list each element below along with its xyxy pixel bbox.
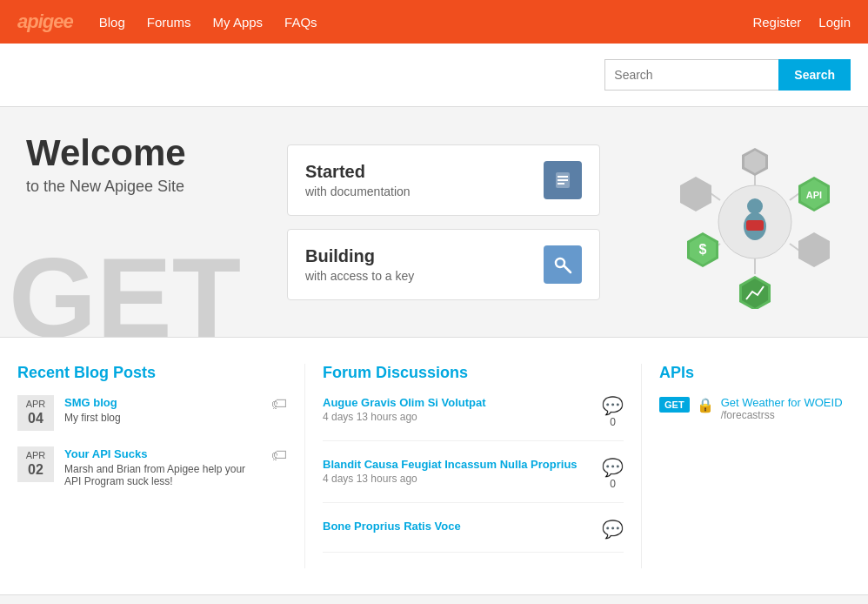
api-diagram: API $ <box>659 135 851 309</box>
blog-text-0: SMG blog My first blog <box>64 395 121 424</box>
forum-icon-0: 💬 <box>602 395 624 416</box>
main-nav: Blog Forums My Apps FAQs <box>99 15 317 30</box>
nav-faqs[interactable]: FAQs <box>284 15 317 30</box>
svg-point-8 <box>747 198 763 214</box>
hero-right: API $ <box>642 107 868 337</box>
forum-section: Forum Discussions Augue Gravis Olim Si V… <box>304 364 642 568</box>
forum-title: Forum Discussions <box>323 364 624 382</box>
hero-left: Welcome to the New Apigee Site GET <box>0 107 270 337</box>
forum-num-0: 0 <box>610 416 616 428</box>
lock-icon: 🔒 <box>697 397 714 413</box>
login-link[interactable]: Login <box>818 15 851 30</box>
forum-item-text-0: Augue Gravis Olim Si Volutpat 4 days 13 … <box>323 395 486 423</box>
blog-item-0: Apr 04 SMG blog My first blog 🏷 <box>17 395 287 431</box>
blog-section: Recent Blog Posts Apr 04 SMG blog My fir… <box>17 364 287 568</box>
logo[interactable]: apigee <box>17 10 73 33</box>
header: apigee Blog Forums My Apps FAQs Register… <box>0 0 868 44</box>
blog-date-1: Apr 02 <box>17 446 54 482</box>
forum-num-1: 0 <box>610 478 616 490</box>
forum-item-0: Augue Gravis Olim Si Volutpat 4 days 13 … <box>323 395 624 441</box>
api-item-text-0: Get Weather for WOEID /forecastrss <box>721 395 843 421</box>
hero-section: Welcome to the New Apigee Site GET Start… <box>0 107 868 338</box>
forum-link-2[interactable]: Bone Proprius Ratis Voce <box>323 520 461 533</box>
doc-icon <box>544 161 582 199</box>
forum-item-text-1: Blandit Causa Feugiat Incassum Nulla Pro… <box>323 457 578 485</box>
hero-card-started-title: Started <box>305 162 411 182</box>
hero-subtitle: to the New Apigee Site <box>26 178 244 196</box>
svg-text:$: $ <box>699 242 707 257</box>
hero-card-started[interactable]: Started with documentation <box>287 144 600 216</box>
forum-item-2: Bone Proprius Ratis Voce 💬 <box>323 519 624 553</box>
forum-count-0: 💬 0 <box>602 395 624 428</box>
blog-link-0[interactable]: SMG blog <box>64 396 117 409</box>
svg-marker-27 <box>680 177 711 211</box>
svg-rect-1 <box>558 176 568 178</box>
forum-link-0[interactable]: Augue Gravis Olim Si Volutpat <box>323 396 486 409</box>
main-content: Recent Blog Posts Apr 04 SMG blog My fir… <box>0 338 868 594</box>
logo-text: apigee <box>17 10 73 32</box>
apis-section: APIs GET 🔒 Get Weather for WOEID /foreca… <box>659 364 851 568</box>
blog-tag-1: 🏷 <box>271 446 287 465</box>
svg-text:API: API <box>806 190 822 200</box>
forum-ago-0: 4 days 13 hours ago <box>323 411 486 423</box>
forum-count-1: 💬 0 <box>602 457 624 490</box>
nav-myapps[interactable]: My Apps <box>213 15 264 30</box>
blog-month-1: Apr <box>22 449 50 461</box>
svg-rect-2 <box>558 179 568 181</box>
hero-card-building-text: Building with access to a key <box>305 246 414 283</box>
hero-card-building-title: Building <box>305 246 414 266</box>
blog-month-0: Apr <box>22 398 50 410</box>
blog-text-1: Your API Sucks Marsh and Brian from Apig… <box>64 446 261 487</box>
nav-forums[interactable]: Forums <box>147 15 191 30</box>
search-bar: Search <box>0 44 868 107</box>
apis-title: APIs <box>659 364 851 382</box>
forum-item-text-2: Bone Proprius Ratis Voce <box>323 519 461 534</box>
blog-date-0: Apr 04 <box>17 395 54 431</box>
header-auth: Register Login <box>752 15 851 30</box>
hero-card-building-desc: with access to a key <box>305 269 414 283</box>
blog-link-1[interactable]: Your API Sucks <box>64 447 147 460</box>
blog-day-1: 02 <box>22 461 50 480</box>
search-input[interactable] <box>604 59 778 91</box>
api-method-badge: GET <box>659 397 690 413</box>
api-title-0[interactable]: Get Weather for WOEID <box>721 396 843 409</box>
blog-excerpt-0: My first blog <box>64 412 121 424</box>
hero-welcome: Welcome <box>26 133 244 173</box>
key-icon <box>544 245 582 284</box>
register-link[interactable]: Register <box>752 15 801 30</box>
forum-ago-1: 4 days 13 hours ago <box>323 473 578 485</box>
forum-icon-2: 💬 <box>602 519 624 540</box>
hero-card-started-text: Started with documentation <box>305 162 411 198</box>
svg-marker-28 <box>798 232 830 267</box>
hero-card-building[interactable]: Building with access to a key <box>287 229 600 300</box>
blog-tag-0: 🏷 <box>271 395 287 413</box>
blog-day-0: 04 <box>22 410 50 428</box>
api-item-0: GET 🔒 Get Weather for WOEID /forecastrss <box>659 395 851 421</box>
search-button[interactable]: Search <box>778 59 851 91</box>
blog-excerpt-1: Marsh and Brian from Apigee help your AP… <box>64 463 261 487</box>
forum-link-1[interactable]: Blandit Causa Feugiat Incassum Nulla Pro… <box>323 458 578 471</box>
forum-icon-1: 💬 <box>602 457 624 478</box>
svg-rect-3 <box>558 183 564 185</box>
forum-item-1: Blandit Causa Feugiat Incassum Nulla Pro… <box>323 457 624 503</box>
hero-middle: Started with documentation Building with… <box>270 107 642 337</box>
footer: t f in Privacy Policy | Terms & Use | Co… <box>0 594 868 604</box>
hero-watermark: GET <box>9 241 241 337</box>
hero-card-started-desc: with documentation <box>305 185 411 198</box>
svg-rect-10 <box>746 220 764 231</box>
blog-item-1: Apr 02 Your API Sucks Marsh and Brian fr… <box>17 446 287 487</box>
nav-blog[interactable]: Blog <box>99 15 125 30</box>
api-path-0: /forecastrss <box>721 409 843 421</box>
forum-count-2: 💬 <box>602 519 624 540</box>
svg-line-6 <box>568 270 570 272</box>
blog-title: Recent Blog Posts <box>17 364 287 382</box>
